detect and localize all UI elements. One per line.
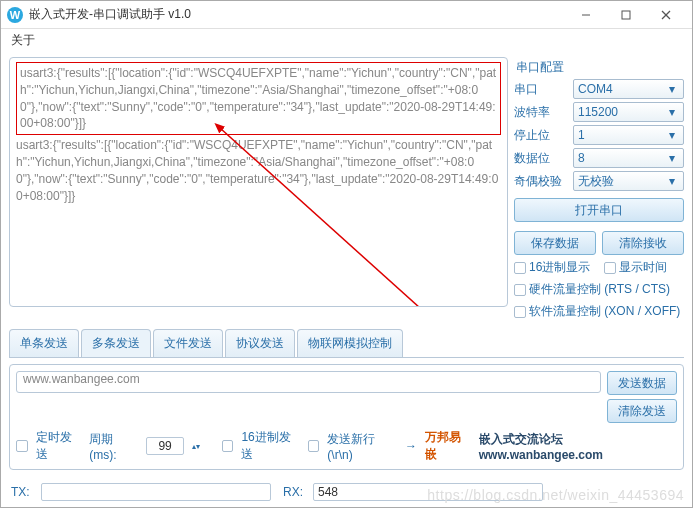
port-label: 串口: [514, 81, 569, 98]
config-title: 串口配置: [514, 57, 684, 76]
chevron-down-icon: ▾: [665, 151, 679, 165]
newline-label: 发送新行(\r\n): [327, 431, 397, 462]
hex-send-label: 16进制发送: [241, 429, 299, 463]
rx-highlighted-line: usart3:{"results":[{"location":{"id":"WS…: [16, 62, 501, 135]
databit-label: 数据位: [514, 150, 569, 167]
status-bar: TX: RX: 548: [11, 483, 682, 501]
menubar: 关于: [1, 29, 692, 51]
hex-send-checkbox[interactable]: [222, 440, 234, 452]
send-input[interactable]: www.wanbangee.com: [16, 371, 601, 393]
parity-select[interactable]: 无校验▾: [573, 171, 684, 191]
rts-cts-checkbox[interactable]: [514, 284, 526, 296]
tab-protocol-send[interactable]: 协议发送: [225, 329, 295, 357]
minimize-button[interactable]: [566, 2, 606, 28]
save-data-button[interactable]: 保存数据: [514, 231, 596, 255]
stopbit-select[interactable]: 1▾: [573, 125, 684, 145]
chevron-down-icon: ▾: [665, 105, 679, 119]
show-time-checkbox[interactable]: [604, 262, 616, 274]
databit-select[interactable]: 8▾: [573, 148, 684, 168]
timer-send-label: 定时发送: [36, 429, 82, 463]
chevron-down-icon: ▾: [665, 82, 679, 96]
xon-xoff-label: 软件流量控制 (XON / XOFF): [529, 303, 680, 320]
menu-about[interactable]: 关于: [11, 32, 35, 49]
vendor-link[interactable]: 万邦易嵌: [425, 429, 471, 463]
rx-counter: 548: [313, 483, 543, 501]
tab-multi-send[interactable]: 多条发送: [81, 329, 151, 357]
send-data-button[interactable]: 发送数据: [607, 371, 677, 395]
titlebar: W 嵌入式开发-串口调试助手 v1.0: [1, 1, 692, 29]
receive-textarea[interactable]: usart3:{"results":[{"location":{"id":"WS…: [9, 57, 508, 307]
clear-receive-button[interactable]: 清除接收: [602, 231, 684, 255]
tab-single-send[interactable]: 单条发送: [9, 329, 79, 357]
chevron-down-icon: ▾: [665, 174, 679, 188]
baud-label: 波特率: [514, 104, 569, 121]
clear-send-button[interactable]: 清除发送: [607, 399, 677, 423]
chevron-down-icon: ▾: [665, 128, 679, 142]
open-port-button[interactable]: 打开串口: [514, 198, 684, 222]
period-label: 周期(ms):: [89, 431, 138, 462]
app-window: W 嵌入式开发-串口调试助手 v1.0 关于 usart3:{"results"…: [0, 0, 693, 508]
xon-xoff-checkbox[interactable]: [514, 306, 526, 318]
send-tabs: 单条发送 多条发送 文件发送 协议发送 物联网模拟控制: [9, 329, 684, 358]
app-icon: W: [7, 7, 23, 23]
maximize-button[interactable]: [606, 2, 646, 28]
config-panel: 串口配置 串口 COM4▾ 波特率 115200▾ 停止位 1▾ 数据位 8▾ …: [514, 57, 684, 321]
stopbit-label: 停止位: [514, 127, 569, 144]
parity-label: 奇偶校验: [514, 173, 569, 190]
forum-link[interactable]: 嵌入式交流论坛www.wanbangee.com: [479, 431, 677, 462]
send-panel: www.wanbangee.com 发送数据 清除发送 定时发送 周期(ms):…: [9, 364, 684, 470]
rx-label: RX:: [283, 485, 313, 499]
hex-display-checkbox[interactable]: [514, 262, 526, 274]
tx-counter: [41, 483, 271, 501]
period-input[interactable]: 99: [146, 437, 184, 455]
rx-line: usart3:{"results":[{"location":{"id":"WS…: [16, 137, 501, 204]
tx-label: TX:: [11, 485, 41, 499]
tab-file-send[interactable]: 文件发送: [153, 329, 223, 357]
rts-cts-label: 硬件流量控制 (RTS / CTS): [529, 281, 670, 298]
close-button[interactable]: [646, 2, 686, 28]
newline-checkbox[interactable]: [308, 440, 320, 452]
baud-select[interactable]: 115200▾: [573, 102, 684, 122]
arrow-icon: →: [405, 439, 417, 453]
window-title: 嵌入式开发-串口调试助手 v1.0: [29, 6, 566, 23]
svg-rect-1: [622, 11, 630, 19]
timer-send-checkbox[interactable]: [16, 440, 28, 452]
period-updown-icon[interactable]: ▴▾: [192, 443, 200, 450]
tab-iot-sim[interactable]: 物联网模拟控制: [297, 329, 403, 357]
port-select[interactable]: COM4▾: [573, 79, 684, 99]
hex-display-label: 16进制显示: [529, 259, 590, 276]
show-time-label: 显示时间: [619, 259, 667, 276]
